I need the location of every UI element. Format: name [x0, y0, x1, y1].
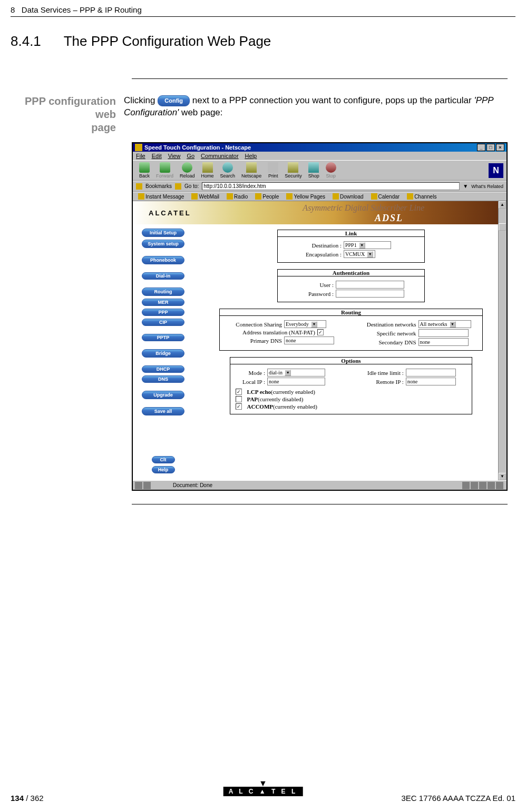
toolbar-search-button[interactable]: Search [217, 162, 239, 179]
status-bar: Document: Done [133, 480, 506, 490]
toolbar-back-button[interactable]: Back [136, 162, 153, 179]
scroll-up-icon[interactable]: ▲ [499, 201, 506, 209]
sidebar-item-bridge[interactable]: Bridge [142, 349, 184, 358]
pap-checkbox[interactable] [236, 396, 242, 402]
shop-icon [308, 162, 319, 173]
idle-input[interactable] [406, 369, 456, 377]
link-people[interactable]: People [253, 193, 281, 200]
sidebar-item-mer[interactable]: MER [142, 299, 184, 306]
toolbar-security-button[interactable]: Security [281, 162, 305, 179]
sidebar-item-help[interactable]: Help [152, 466, 175, 473]
toolbar-print-button[interactable]: Print [265, 162, 281, 179]
scroll-down-icon[interactable]: ▼ [499, 473, 506, 480]
sidebar-item-pptp[interactable]: PPTP [142, 334, 184, 341]
sidebar-item-initial-setup[interactable]: Initial Setup [142, 229, 184, 237]
netscape-throbber[interactable]: N [489, 163, 503, 178]
toolbar-label: Back [139, 173, 150, 179]
user-input[interactable] [336, 281, 404, 289]
link-channels[interactable]: Channels [405, 193, 439, 200]
component-icon[interactable] [479, 482, 486, 489]
nat-checkbox[interactable]: ✓ [317, 329, 324, 335]
menu-go[interactable]: Go [187, 153, 194, 159]
link-instant-message[interactable]: Instant Message [136, 193, 186, 200]
link-webmail[interactable]: WebMail [189, 193, 221, 200]
link-download[interactable]: Download [330, 193, 365, 200]
sidebar-item-phonebook[interactable]: Phonebook [142, 256, 184, 264]
toolbar-shop-button[interactable]: Shop [305, 162, 323, 179]
toolbar-stop-button: Stop [323, 162, 339, 179]
toolbar-reload-button[interactable]: Reload [177, 162, 198, 179]
section-number: 8.4.1 [11, 33, 41, 49]
bookmark-icon [407, 193, 413, 200]
margin-label-l1: PPP configuration web [25, 95, 116, 120]
routing-header: Routing [220, 309, 482, 316]
menu-file[interactable]: File [136, 153, 145, 159]
sidebar-item-dhcp[interactable]: DHCP [142, 365, 184, 373]
password-input[interactable] [336, 290, 404, 298]
sidebar-item-cip[interactable]: CIP [142, 319, 184, 326]
menu-help[interactable]: Help [245, 153, 257, 159]
sidebar-item-system-setup[interactable]: System setup [142, 240, 184, 248]
breadcrumb: Data Services – PPP & IP Routing [22, 5, 142, 14]
sec-dns-input[interactable]: none [418, 338, 469, 346]
local-ip-input[interactable]: none [267, 378, 325, 385]
options-header: Options [230, 358, 472, 364]
remote-ip-input[interactable]: none [406, 378, 456, 385]
menu-communicator[interactable]: Communicator [201, 153, 239, 159]
link-calendar[interactable]: Calendar [369, 193, 402, 200]
component-icon[interactable] [496, 482, 503, 489]
dropdown-icon[interactable]: ▼ [359, 242, 365, 249]
sidebar-item-ppp[interactable]: PPP [142, 309, 184, 316]
dropdown-icon[interactable]: ▼ [285, 370, 291, 376]
close-button[interactable]: × [496, 144, 504, 151]
accomp-checkbox[interactable]: ✓ [236, 403, 242, 410]
menu-view[interactable]: View [168, 153, 181, 159]
dropdown-icon[interactable]: ▼ [311, 321, 317, 328]
scroll-thumb[interactable] [499, 223, 506, 231]
bookmarks-icon[interactable] [136, 183, 142, 190]
component-icon[interactable] [462, 482, 470, 489]
component-icon[interactable] [488, 482, 495, 489]
destination-select[interactable]: PPP1▼ [344, 241, 391, 249]
primary-dns-input[interactable]: none [284, 336, 334, 344]
toolbar-netscape-button[interactable]: Netscape [238, 162, 265, 179]
minimize-button[interactable]: _ [477, 144, 485, 151]
spec-net-input[interactable] [418, 329, 469, 337]
conn-sharing-select[interactable]: Everybody▼ [284, 320, 326, 328]
mode-select[interactable]: dial-in▼ [267, 369, 325, 377]
lcp-checkbox[interactable]: ✓ [236, 389, 242, 395]
sec-dns-value: none [420, 339, 430, 345]
toolbar-home-button[interactable]: Home [198, 162, 217, 179]
sidebar-item-clt[interactable]: Clt [152, 456, 175, 463]
dropdown-icon[interactable]: ▼ [450, 321, 456, 328]
search-icon [222, 162, 233, 173]
netscape-icon [246, 162, 257, 173]
url-input[interactable] [202, 182, 460, 190]
config-button[interactable]: Config [158, 95, 190, 106]
location-bar: Bookmarks Go to: ▼ What's Related [133, 181, 506, 192]
footer-logo: ▼ A L C ▲ T E L [223, 780, 303, 796]
dest-net-select[interactable]: All networks▼ [418, 320, 471, 328]
accomp-status: (currently enabled) [273, 403, 317, 410]
sidebar-item-save-all[interactable]: Save all [142, 407, 184, 415]
dropdown-icon[interactable]: ▼ [367, 251, 373, 258]
link-yellow-pages[interactable]: Yellow Pages [284, 193, 327, 200]
component-icon[interactable] [471, 482, 478, 489]
sidebar-item-upgrade[interactable]: Upgrade [142, 391, 184, 399]
toolbar-forward-button: Forward [153, 162, 177, 179]
status-icon [143, 482, 151, 489]
whats-related[interactable]: What's Related [471, 184, 503, 189]
link-radio[interactable]: Radio [225, 193, 250, 200]
sidebar-item-dns[interactable]: DNS [142, 375, 184, 383]
menu-edit[interactable]: Edit [152, 153, 162, 159]
body-p3: web page: [179, 107, 222, 117]
maximize-button[interactable]: □ [486, 144, 495, 151]
sidebar-item-dial-in[interactable]: Dial-in [142, 272, 184, 280]
lcp-status: (currently enabled) [271, 389, 315, 395]
encapsulation-select[interactable]: VCMUX▼ [344, 250, 375, 258]
bookmark-icon [255, 193, 261, 200]
bookmarks-label[interactable]: Bookmarks [145, 183, 172, 189]
dest-net-value: All networks [420, 321, 447, 327]
sidebar-item-routing[interactable]: Routing [142, 288, 184, 296]
vertical-scrollbar[interactable]: ▲ ▼ [498, 201, 506, 480]
